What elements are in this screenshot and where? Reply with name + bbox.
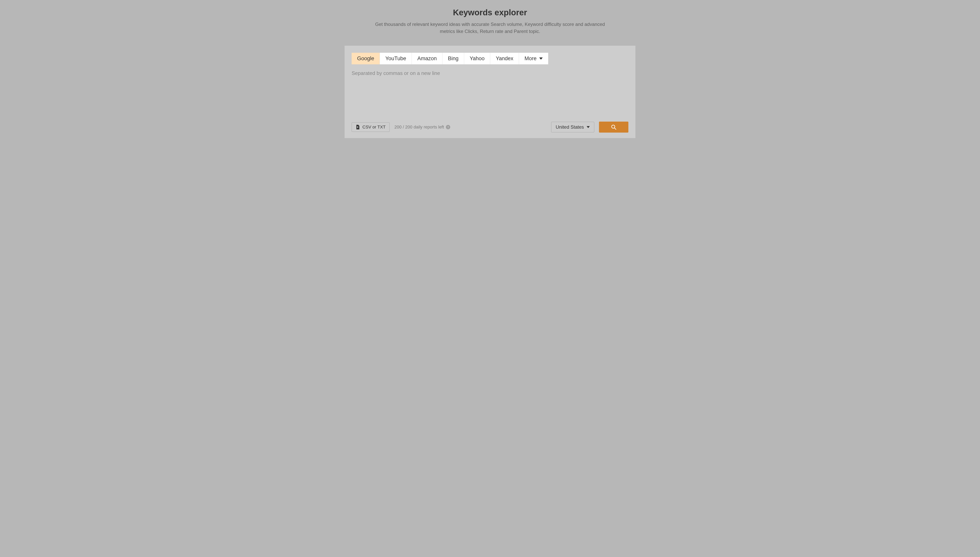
- engine-tab-bing[interactable]: Bing: [442, 53, 464, 64]
- search-engine-tabs: Google YouTube Amazon Bing Yahoo Yandex …: [352, 53, 628, 64]
- engine-tab-label: Google: [357, 55, 374, 62]
- engine-tab-amazon[interactable]: Amazon: [412, 53, 442, 64]
- engine-tab-label: More: [524, 55, 537, 62]
- upload-file-label: CSV or TXT: [362, 125, 386, 130]
- country-select-label: United States: [556, 124, 584, 130]
- engine-tab-label: Amazon: [417, 55, 437, 62]
- help-icon[interactable]: ?: [446, 125, 450, 129]
- engine-tab-youtube[interactable]: YouTube: [380, 53, 412, 64]
- engine-tab-label: Bing: [448, 55, 458, 62]
- engine-tab-label: Yahoo: [470, 55, 485, 62]
- country-select[interactable]: United States: [551, 122, 594, 132]
- keywords-input[interactable]: [352, 70, 628, 117]
- reports-left-text: 200 / 200 daily reports left: [394, 125, 444, 130]
- chevron-down-icon: [539, 57, 543, 60]
- page-title: Keywords explorer: [6, 8, 974, 17]
- engine-tab-yandex[interactable]: Yandex: [490, 53, 519, 64]
- card-footer-row: CSV or TXT 200 / 200 daily reports left …: [352, 122, 628, 133]
- search-button[interactable]: [599, 122, 628, 133]
- upload-icon: [356, 125, 360, 129]
- engine-tab-yahoo[interactable]: Yahoo: [464, 53, 490, 64]
- engine-tab-more[interactable]: More: [519, 53, 548, 64]
- engine-tab-label: Yandex: [496, 55, 513, 62]
- page-subtitle: Get thousands of relevant keyword ideas …: [372, 21, 608, 35]
- search-icon: [611, 124, 617, 130]
- upload-file-button[interactable]: CSV or TXT: [352, 122, 389, 132]
- engine-tab-label: YouTube: [385, 55, 406, 62]
- chevron-down-icon: [587, 126, 590, 128]
- keywords-explorer-card: Google YouTube Amazon Bing Yahoo Yandex …: [345, 46, 635, 138]
- reports-left-status: 200 / 200 daily reports left ?: [394, 125, 450, 130]
- engine-tab-google[interactable]: Google: [352, 53, 380, 64]
- svg-line-1: [615, 128, 616, 129]
